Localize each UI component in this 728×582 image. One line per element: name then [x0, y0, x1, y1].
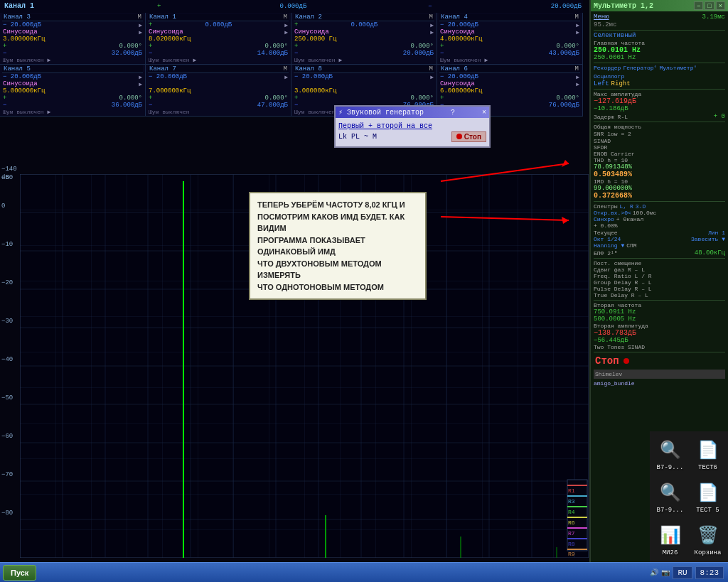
- mm-imd-val3: 0.372668%: [594, 192, 725, 200]
- mm-otkr-label[interactable]: Откр.вх.>0<: [594, 210, 631, 216]
- ch1-arrow[interactable]: ▶: [284, 22, 288, 28]
- ch4-noise-arrow[interactable]: ▶: [484, 57, 488, 63]
- ch2-sin-arrow[interactable]: ▶: [430, 29, 434, 36]
- start-button[interactable]: Пуск: [3, 565, 36, 581]
- ch1-sin-arrow[interactable]: ▶: [284, 29, 288, 36]
- mm-3d-label[interactable]: 3-D: [636, 203, 646, 210]
- audio-gen-title-text: ⚡ Звуковой генератор: [338, 108, 424, 117]
- db-label-minus60: −60: [1, 433, 13, 440]
- svg-text:R4: R4: [568, 509, 575, 515]
- mm-stop-btn[interactable]: Стоп: [594, 354, 621, 368]
- taskbar-camera-icon: 📷: [661, 568, 670, 577]
- mm-lin-label[interactable]: Лин 1: [708, 230, 725, 236]
- desktop-icons-grid: 🔍 В7-9... 📄 ТЕСТ6 🔍 В7-9... 📄 ТЕСТ 5 📊 М…: [653, 434, 725, 559]
- mm-mm-link[interactable]: Мультиметр°: [659, 65, 697, 71]
- ch6-db: 76.000дБ: [549, 102, 579, 109]
- desktop-icon-mi26[interactable]: 📊 МИ26: [653, 519, 687, 559]
- ch5-sin-arrow[interactable]: ▶: [139, 81, 142, 87]
- ch3-sin-arrow[interactable]: ▶: [139, 29, 142, 36]
- mm-spectra-label: Спектры: [594, 203, 618, 210]
- mm-percent-row: + 0.00%: [594, 222, 725, 230]
- mm-stop-dot: [623, 358, 629, 364]
- test5-label: ТЕСТ 5: [696, 507, 719, 514]
- mm-synhro-label[interactable]: Синхро: [594, 216, 614, 222]
- mm-close-btn[interactable]: ×: [716, 1, 725, 10]
- b7-1-icon: 🔍: [658, 437, 683, 463]
- svg-marker-71: [562, 160, 569, 167]
- mi26-label: МИ26: [663, 549, 678, 556]
- mm-sinad-label: SINAD: [594, 138, 725, 144]
- mm-sep2: [594, 63, 725, 63]
- ch2-deg1: 0.000°: [411, 43, 434, 50]
- mm-hanning-row: Hanning ▼ СПМ: [594, 242, 725, 249]
- main-channel-minus: −: [428, 3, 432, 10]
- ch5-db: 36.000дБ: [112, 102, 142, 109]
- ch8-arrow[interactable]: ▶: [430, 74, 434, 80]
- mm-gen-link[interactable]: Генератор°: [623, 65, 657, 71]
- ch8-freq: 3.000000кГц: [294, 87, 336, 95]
- desktop-icon-trash[interactable]: 🗑️ Корзина: [690, 519, 725, 559]
- mm-maximize-btn[interactable]: □: [705, 1, 714, 10]
- ch6-sin-arrow[interactable]: ▶: [576, 81, 579, 87]
- mm-tekushee-label: Текущее: [594, 230, 618, 236]
- mm-okt-label[interactable]: Окт 1/24: [594, 236, 621, 242]
- ch2-arrow[interactable]: ▶: [430, 22, 434, 28]
- desktop-icons-area: 🔍 В7-9... 📄 ТЕСТ6 🔍 В7-9... 📄 ТЕСТ 5 📊 М…: [650, 431, 728, 562]
- ch5-noise-arrow[interactable]: ▶: [47, 109, 50, 115]
- taskbar-lang: RU: [673, 566, 692, 579]
- db-label-minus50: −50: [1, 394, 13, 402]
- ch7-arrow[interactable]: ▶: [284, 74, 288, 80]
- ch6-title: Канал 6: [441, 65, 468, 72]
- main-channel-db1: 0.000дБ: [279, 3, 306, 10]
- ch1-freq: 8.020000кГц: [149, 36, 191, 43]
- audio-gen-body: Первый + второй на все Lk PL ~ М Стоп: [336, 118, 489, 146]
- mm-sep8: [594, 352, 725, 352]
- mm-minimize-btn[interactable]: −: [694, 1, 703, 10]
- mm-zavesit-label[interactable]: Завесить ▼: [691, 236, 725, 242]
- audio-gen-close[interactable]: ×: [482, 109, 486, 117]
- mm-group-delay-label: Group Delay R – L: [594, 279, 725, 286]
- mm-left-link[interactable]: Left: [594, 80, 609, 87]
- gen-menu-item[interactable]: Первый + второй на все: [338, 122, 432, 130]
- annotation-box: ТЕПЕРЬ УБЕРЁМ ЧАСТОТУ 8,02 КГЦ ИПОСМОТРИ…: [249, 192, 427, 300]
- spectrum-area: Канал 1 + 0.000дБ − 20.000дБ Канал 3 М: [0, 0, 589, 562]
- ch4-arrow[interactable]: ▶: [576, 22, 579, 28]
- ch3-arrow[interactable]: ▶: [139, 22, 142, 28]
- mm-right-link[interactable]: Right: [611, 80, 631, 87]
- ch2-db1: 0.000дБ: [350, 21, 378, 28]
- desktop-icon-test6[interactable]: 📄 ТЕСТ6: [690, 434, 725, 474]
- ch6-arrow[interactable]: ▶: [576, 74, 579, 80]
- ch3-noise: Шум выключен: [3, 57, 44, 63]
- desktop-icon-b7-1[interactable]: 🔍 В7-9...: [653, 434, 687, 474]
- mm-osc-link[interactable]: Осциллогр: [594, 73, 624, 80]
- mm-user-name: Shimelev: [595, 371, 724, 377]
- ch3-noise-arrow[interactable]: ▶: [47, 57, 50, 63]
- ch7-db: 47.000дБ: [257, 102, 288, 109]
- ch4-sin-arrow[interactable]: ▶: [576, 29, 579, 36]
- desktop-icon-test5[interactable]: 📄 ТЕСТ 5: [690, 477, 725, 517]
- gen-stop-btn[interactable]: Стоп: [451, 131, 486, 142]
- mm-thd-val: 78.091348%: [594, 163, 725, 171]
- desktop-icon-b7-2[interactable]: 🔍 В7-9...: [653, 477, 687, 517]
- channel2-panel: Канал 2 М + 0.000дБ ▶ Синусоида ▶ 250.00…: [291, 13, 437, 64]
- ch1-noise-arrow[interactable]: ▶: [193, 57, 196, 63]
- ch5-arrow[interactable]: ▶: [139, 74, 142, 80]
- mm-options-row: Откр.вх.>0< 100.0мс: [594, 210, 725, 216]
- ch6-freq: 6.000000кГц: [440, 87, 482, 95]
- ch1-minus: −: [149, 50, 152, 57]
- mm-selective-label[interactable]: Селективный: [594, 32, 636, 39]
- mm-spectra-row: Спектры L, R 3-D: [594, 203, 725, 210]
- mm-second-amp-section: Вторая амплитуда −138.783дБ −56.445дБ: [594, 323, 725, 344]
- ch8-minus: −: [294, 102, 298, 109]
- mm-hanning-label[interactable]: Hanning ▼: [594, 242, 624, 249]
- db-label-minus40: −40: [1, 356, 13, 363]
- ch2-noise: Шум выключен: [294, 57, 336, 63]
- ch2-noise-arrow[interactable]: ▶: [338, 57, 342, 63]
- mm-recorder-link[interactable]: Рекордер: [594, 65, 621, 71]
- audio-gen-question[interactable]: ?: [451, 109, 455, 117]
- mm-menu-link[interactable]: Меню: [594, 14, 609, 21]
- mm-titlebar: Мультиметр 1,2 − □ ×: [591, 0, 728, 11]
- mm-lr-label[interactable]: L, R: [620, 203, 633, 210]
- ch8-db-main: − 20.000дБ: [294, 73, 333, 80]
- b7-1-label: В7-9...: [657, 464, 684, 471]
